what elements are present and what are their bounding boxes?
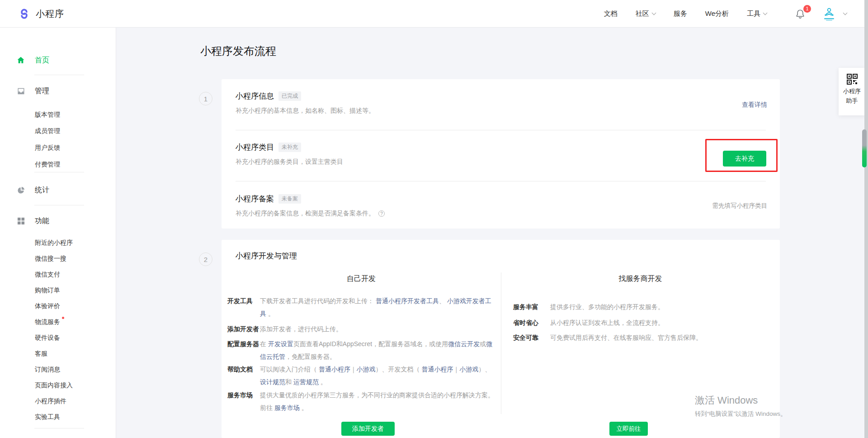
row-title-filing: 小程序备案 未备案 — [236, 194, 301, 204]
nav-docs[interactable]: 文档 — [604, 10, 618, 18]
avatar-image — [822, 6, 836, 22]
sidebar-item-hardware-devices[interactable]: 硬件设备 — [35, 333, 60, 342]
annotation-highlight-box — [705, 139, 778, 172]
divider — [34, 172, 84, 172]
status-badge-completed: 已完成 — [278, 91, 301, 101]
notification-badge: 1 — [803, 5, 811, 13]
inline-link[interactable]: 普通小程序 — [422, 366, 453, 373]
step-2-card: 小程序开发与管理 自己开发 找服务商开发 开发工具 下载开发者工具进行代码的开发… — [222, 240, 780, 438]
home-icon — [16, 56, 25, 65]
divider — [236, 130, 766, 130]
scrollbar-thumb[interactable] — [862, 129, 867, 167]
view-details-link[interactable]: 查看详情 — [742, 101, 767, 109]
dev-tools-text: 下载开发者工具进行代码的开发和上传： 普通小程序开发者工具、 小游戏开发者工具 … — [260, 295, 496, 320]
inline-link[interactable]: 设计规范 — [260, 378, 285, 386]
divider — [34, 205, 84, 205]
row-desc-category: 补充小程序的服务类目，设置主营类目 — [236, 158, 343, 166]
grid-icon — [16, 216, 25, 225]
sidebar-item-wechat-pay[interactable]: 微信支付 — [35, 270, 60, 279]
add-developer-button[interactable]: 添加开发者 — [341, 422, 395, 436]
status-badge-not-filed: 未备案 — [278, 194, 301, 204]
pie-chart-icon — [16, 186, 25, 195]
notification-bell[interactable]: 1 — [795, 8, 807, 20]
account-chevron-down-icon[interactable] — [843, 11, 848, 15]
app-header: 小程序 文档 社区 服务 We分析 工具 1 — [0, 0, 868, 28]
inbox-icon — [16, 86, 25, 95]
inline-link[interactable]: 服务市场 — [274, 404, 300, 411]
sidebar-item-member-management[interactable]: 成员管理 — [35, 126, 60, 135]
inline-link[interactable]: 运营规范 — [293, 378, 319, 386]
page-title: 小程序发布流程 — [200, 44, 276, 58]
assistant-label-line1: 小程序 — [839, 86, 865, 96]
sidebar-item-miniprogram-plugins[interactable]: 小程序插件 — [35, 396, 66, 405]
need-category-first-hint: 需先填写小程序类目 — [712, 202, 768, 210]
sidebar-item-experience-rating[interactable]: 体验评价 — [35, 301, 60, 310]
sidebar-item-nearby-miniprograms[interactable]: 附近的小程序 — [35, 238, 73, 247]
nav-tools[interactable]: 工具 — [747, 10, 767, 18]
sidebar-item-page-content-access[interactable]: 页面内容接入 — [35, 381, 73, 390]
sidebar-section-statistics[interactable]: 统计 — [0, 185, 116, 195]
scrollbar-track[interactable] — [864, 0, 868, 438]
sidebar-item-user-feedback[interactable]: 用户反馈 — [35, 143, 60, 152]
column-header-self-develop: 自己开发 — [222, 274, 501, 284]
chevron-down-icon — [763, 11, 768, 15]
add-developer-text: 添加开发者，进行代码上传。 — [260, 323, 496, 335]
sidebar-item-logistics-service[interactable]: 物流服务 — [35, 317, 60, 326]
column-header-find-provider: 找服务商开发 — [501, 274, 780, 284]
inline-link[interactable]: 普通小程序开发者工具 — [376, 297, 439, 305]
sidebar-item-wechat-search[interactable]: 微信搜一搜 — [35, 254, 66, 263]
configure-server-text: 在 开发设置页面查看AppID和AppSecret，配置服务器域名，或使用微信云… — [260, 338, 496, 363]
sidebar-section-features[interactable]: 功能 — [0, 215, 116, 226]
sidebar-section-management[interactable]: 管理 — [0, 86, 116, 96]
step-2-title: 小程序开发与管理 — [236, 251, 297, 261]
qr-code-icon — [847, 74, 858, 85]
app-logo[interactable]: 小程序 — [18, 0, 64, 28]
sidebar-item-subscribe-messages[interactable]: 订阅消息 — [35, 365, 60, 374]
inline-link[interactable]: 开发设置 — [268, 340, 293, 348]
miniprogram-logo-icon — [18, 8, 30, 20]
column-divider — [501, 272, 501, 414]
new-feature-dot — [62, 317, 64, 319]
go-now-button[interactable]: 立即前往 — [609, 422, 648, 436]
inline-link[interactable]: 小游戏 — [459, 366, 478, 373]
step-2-number: 2 — [199, 252, 212, 266]
service-market-text: 提供大量优质的小程序第三方服务，为不同行业的商家提供合适的小程序解决方案。前往 … — [260, 389, 496, 414]
row-desc-info: 补充小程序的基本信息，如名称、图标、描述等。 — [236, 107, 375, 115]
assistant-label-line2: 助手 — [839, 96, 865, 105]
step-1-number: 1 — [199, 92, 212, 105]
inline-link[interactable]: 普通小程序 — [319, 366, 350, 373]
row-desc-filing: 补充小程序的备案信息，检测是否满足备案条件。 ? — [236, 209, 385, 218]
divider — [34, 428, 84, 428]
status-badge-not-supplemented: 未补充 — [278, 143, 301, 152]
miniprogram-assistant-panel[interactable]: 小程序 助手 — [839, 68, 865, 115]
avatar[interactable] — [822, 6, 836, 22]
divider — [236, 181, 766, 181]
nav-services[interactable]: 服务 — [674, 10, 687, 18]
row-title-info: 小程序信息 已完成 — [236, 91, 301, 101]
sidebar-item-payment-management[interactable]: 付费管理 — [35, 160, 60, 169]
divider — [34, 75, 84, 75]
sidebar-item-customer-service[interactable]: 客服 — [35, 349, 47, 358]
inline-link[interactable]: 小游戏 — [357, 366, 376, 373]
sidebar-item-shopping-orders[interactable]: 购物订单 — [35, 286, 60, 295]
top-nav: 文档 社区 服务 We分析 工具 1 — [586, 0, 847, 28]
inline-link[interactable]: 微信云开发 — [448, 340, 480, 348]
logo-text: 小程序 — [36, 8, 64, 20]
sidebar-item-version-management[interactable]: 版本管理 — [35, 110, 60, 119]
sidebar: 首页 管理 版本管理 成员管理 用户反馈 付费管理 统计 功能 附近的小程序 微… — [0, 28, 116, 438]
chevron-down-icon — [651, 11, 656, 15]
sidebar-item-home[interactable]: 首页 — [0, 55, 116, 66]
nav-we-analytics[interactable]: We分析 — [705, 10, 729, 18]
nav-community[interactable]: 社区 — [636, 10, 656, 18]
help-docs-text: 可以阅读入门介绍（ 普通小程序｜小游戏）、开发文档（ 普通小程序｜小游戏）、 设… — [260, 363, 496, 388]
help-icon[interactable]: ? — [378, 210, 385, 217]
sidebar-item-experiment-tools[interactable]: 实验工具 — [35, 412, 60, 421]
step-1-card: 小程序信息 已完成 补充小程序的基本信息，如名称、图标、描述等。 查看详情 小程… — [222, 79, 780, 229]
row-title-category: 小程序类目 未补充 — [236, 142, 301, 152]
